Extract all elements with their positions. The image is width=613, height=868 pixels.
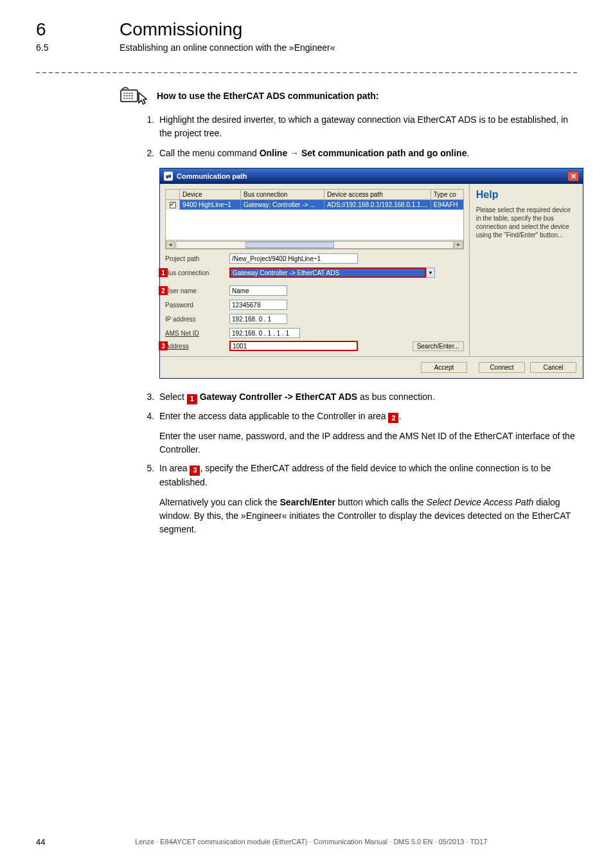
callout-2-icon: 2 [159,286,168,295]
step-1: Highlight the desired inverter, to which… [157,113,577,140]
device-grid[interactable]: Device Bus connection Device access path… [165,189,464,249]
table-row[interactable]: 9400 HighLine~1 Gateway: Controller -> .… [166,200,463,210]
project-path-input[interactable] [229,253,358,264]
dialog-title: Communication path [177,172,247,180]
grid-col-bus: Bus connection [241,190,324,199]
label-ams: AMS Net ID [165,330,223,337]
accept-button[interactable]: Accept [421,362,467,373]
connect-button[interactable]: Connect [479,362,525,373]
chevron-down-icon[interactable]: ▼ [426,267,435,278]
grid-col-path: Device access path [324,190,431,199]
section-title: Establishing an online connection with t… [120,42,335,53]
horizontal-scrollbar[interactable]: ◄ ► [166,240,463,249]
label-address: Address [165,343,223,350]
help-text: Please select the required device in the… [476,206,576,239]
label-project-path: Project path [165,255,223,262]
step-5: In area 3, specify the EtherCAT address … [157,462,577,536]
label-bus-connection: Bus connection [165,269,223,276]
chapter-number: 6 [36,19,120,40]
callout-2-ref-icon: 2 [388,413,398,423]
monitor-cursor-icon [120,86,148,105]
ams-input[interactable] [229,328,300,338]
divider [36,72,577,73]
label-ip: IP address [165,316,223,323]
page-number: 44 [36,837,45,847]
chapter-title: Commissioning [120,19,242,40]
grid-col-device: Device [180,190,241,199]
howto-heading: How to use the EtherCAT ADS communicatio… [157,91,378,101]
callout-1-icon: 1 [159,268,168,277]
footer-text: Lenze · E84AYCET communication module (E… [45,838,577,845]
grid-col-type: Type co [431,190,463,199]
address-input[interactable] [229,341,358,351]
label-username: User name [165,287,223,294]
communication-path-dialog: ⇄ Communication path ✕ Device Bus connec… [159,168,583,379]
close-icon[interactable]: ✕ [567,171,579,181]
section-number: 6.5 [36,42,120,53]
username-input[interactable] [229,285,287,296]
step-4: Enter the access data applicable to the … [157,410,577,457]
step-2: Call the menu command Online → Set commu… [157,147,577,160]
scroll-right-icon[interactable]: ► [454,241,463,249]
search-enter-button[interactable]: Search/Enter... [413,341,464,351]
step-3: Select 1 Gateway Controller -> EtherCAT … [157,390,577,404]
cancel-button[interactable]: Cancel [530,362,576,373]
password-input[interactable] [229,300,287,310]
scroll-left-icon[interactable]: ◄ [166,241,175,249]
ip-input[interactable] [229,314,287,324]
checkbox-icon[interactable] [170,202,176,208]
label-password: Password [165,302,223,309]
bus-connection-select[interactable] [229,267,426,278]
callout-3-icon: 3 [159,341,168,350]
callout-1-ref-icon: 1 [187,394,197,404]
dialog-icon: ⇄ [164,172,173,181]
help-heading: Help [476,189,576,201]
callout-3-ref-icon: 3 [190,466,200,476]
